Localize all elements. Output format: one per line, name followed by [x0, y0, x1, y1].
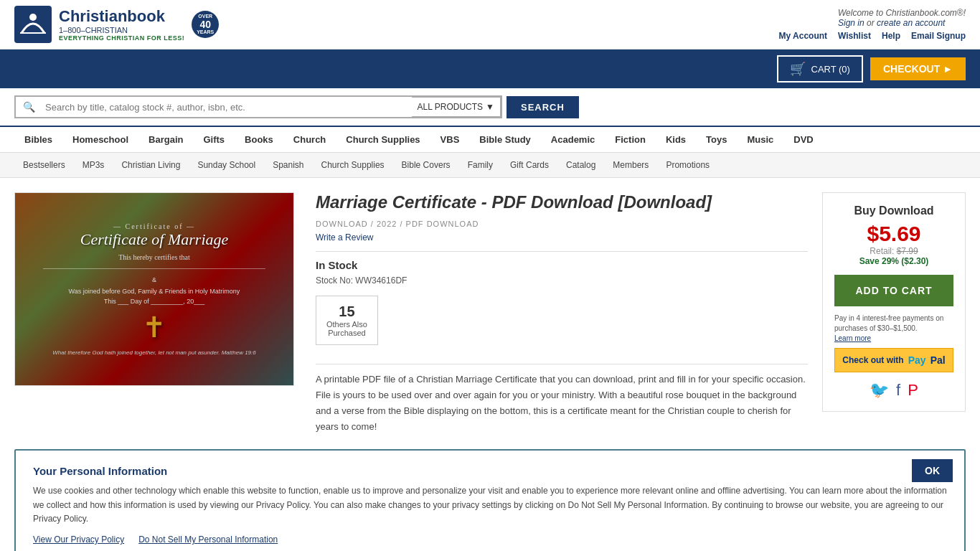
subnav-sunday-school[interactable]: Sunday School [189, 157, 264, 173]
cart-icon: 🛒 [790, 61, 806, 77]
product-meta: DOWNLOAD / 2022 / PDF DOWNLOAD [316, 220, 808, 228]
product-title: Marriage Certificate - PDF Download [Dow… [316, 192, 808, 212]
product-description: A printable PDF file of a Christian Marr… [316, 372, 808, 435]
subnav-mp3s[interactable]: MP3s [74, 157, 113, 173]
sub-nav: Bestsellers MP3s Christian Living Sunday… [0, 153, 980, 178]
logo-icon [14, 6, 52, 43]
search-wrap: 🔍 ALL PRODUCTS ▼ [14, 95, 502, 118]
svg-point-1 [29, 14, 37, 21]
pinterest-icon[interactable]: P [908, 381, 918, 400]
dropdown-chevron-icon: ▼ [486, 102, 494, 112]
nav-academic[interactable]: Academic [541, 127, 605, 152]
paypal-logo-2: Pal [930, 354, 946, 366]
paypal-logo: Pay [908, 354, 926, 366]
privacy-title: Your Personal Information [33, 465, 947, 477]
subnav-bible-covers[interactable]: Bible Covers [393, 157, 459, 173]
savings-text: Save 29% ($2.30) [834, 256, 953, 266]
subnav-gift-cards[interactable]: Gift Cards [501, 157, 557, 173]
nav-kids[interactable]: Kids [656, 127, 696, 152]
subnav-family[interactable]: Family [459, 157, 501, 173]
over40-badge: OVER 40 YEARS [192, 11, 219, 38]
privacy-policy-link[interactable]: View Our Privacy Policy [33, 534, 124, 545]
cart-row: 🛒 CART (0) CHECKOUT ► [0, 50, 980, 88]
cert-sub-text: This hereby certifies that [118, 253, 190, 261]
main-nav: Bibles Homeschool Bargain Gifts Books Ch… [0, 126, 980, 153]
brand-name: Christianbook [59, 7, 184, 26]
create-account-link[interactable]: create an account [877, 18, 945, 28]
add-to-cart-button[interactable]: ADD TO CART [834, 275, 953, 306]
nav-church[interactable]: Church [283, 127, 336, 152]
nav-gifts[interactable]: Gifts [193, 127, 235, 152]
nav-homeschool[interactable]: Homeschool [62, 127, 138, 152]
tagline: EVERYTHING CHRISTIAN FOR LESS! [59, 34, 184, 42]
subnav-spanish[interactable]: Spanish [264, 157, 312, 173]
product-image: — Certificate of — Certificate of Marria… [14, 192, 301, 386]
availability-status: In Stock [316, 259, 808, 271]
buy-price: $5.69 [834, 222, 953, 246]
divider-1 [316, 251, 808, 252]
cert-title-text: Certificate of Marriage [80, 230, 229, 249]
subnav-church-supplies[interactable]: Church Supplies [313, 157, 393, 173]
subnav-promotions[interactable]: Promotions [657, 157, 718, 173]
header-links: My Account Wishlist Help Email Signup [779, 31, 966, 41]
paypal-info-text: Pay in 4 interest-free payments on purch… [834, 314, 953, 344]
social-icons: 🐦 f P [834, 381, 953, 400]
divider-2 [316, 364, 808, 364]
phone-number: 1–800–CHRISTIAN [59, 26, 184, 34]
buy-title: Buy Download [834, 204, 953, 217]
logo-text: Christianbook 1–800–CHRISTIAN EVERYTHING… [59, 7, 184, 42]
search-button[interactable]: SEARCH [507, 96, 579, 118]
product-details: Marriage Certificate - PDF Download [Dow… [301, 192, 822, 435]
nav-bible-study[interactable]: Bible Study [469, 127, 541, 152]
write-review-link[interactable]: Write a Review [316, 232, 808, 242]
paypal-checkout-button[interactable]: Check out with PayPal [834, 348, 953, 372]
cart-button[interactable]: 🛒 CART (0) [777, 55, 863, 83]
privacy-text: We use cookies and other technology whic… [33, 484, 947, 526]
do-not-sell-link[interactable]: Do Not Sell My Personal Information [138, 534, 278, 545]
nav-toys[interactable]: Toys [696, 127, 737, 152]
facebook-icon[interactable]: f [896, 381, 900, 400]
content-area: — Certificate of — Certificate of Marria… [0, 178, 980, 449]
signin-link[interactable]: Sign in [838, 18, 864, 28]
subnav-christian-living[interactable]: Christian Living [113, 157, 189, 173]
search-category-dropdown[interactable]: ALL PRODUCTS ▼ [412, 97, 501, 117]
checkout-button[interactable]: CHECKOUT ► [870, 57, 966, 80]
welcome-text: Welcome to Christianbook.com®! Sign in o… [838, 8, 966, 28]
header-right: Welcome to Christianbook.com®! Sign in o… [779, 8, 966, 41]
logo-area: Christianbook 1–800–CHRISTIAN EVERYTHING… [14, 6, 219, 43]
subnav-bestsellers[interactable]: Bestsellers [14, 157, 74, 173]
others-purchased-box: 15 Others AlsoPurchased [316, 296, 378, 345]
search-row: 🔍 ALL PRODUCTS ▼ SEARCH [0, 88, 980, 126]
privacy-links: View Our Privacy Policy Do Not Sell My P… [33, 534, 947, 545]
nav-music[interactable]: Music [737, 127, 783, 152]
subnav-members[interactable]: Members [604, 157, 657, 173]
twitter-icon[interactable]: 🐦 [870, 381, 889, 400]
nav-bargain[interactable]: Bargain [138, 127, 193, 152]
wishlist-link[interactable]: Wishlist [838, 31, 871, 41]
others-count: 15 [339, 303, 354, 320]
nav-books[interactable]: Books [235, 127, 283, 152]
my-account-link[interactable]: My Account [779, 31, 828, 41]
header-top: Christianbook 1–800–CHRISTIAN EVERYTHING… [0, 0, 980, 50]
cert-overlay: — Certificate of — Certificate of Marria… [15, 193, 293, 385]
nav-church-supplies[interactable]: Church Supplies [336, 127, 430, 152]
buy-box: Buy Download $5.69 Retail: $7.99 Save 29… [822, 192, 966, 412]
privacy-banner: OK Your Personal Information We use cook… [14, 449, 966, 551]
help-link[interactable]: Help [882, 31, 900, 41]
search-input[interactable] [42, 98, 412, 117]
product-image-placeholder: — Certificate of — Certificate of Marria… [14, 192, 294, 386]
search-icon: 🔍 [16, 97, 42, 117]
nav-bibles[interactable]: Bibles [14, 127, 62, 152]
subnav-catalog[interactable]: Catalog [557, 157, 604, 173]
paypal-learn-more-link[interactable]: Learn more [834, 334, 871, 342]
nav-vbs[interactable]: VBS [430, 127, 470, 152]
others-label: Others AlsoPurchased [326, 320, 367, 337]
cert-verse-text: What therefore God hath joined together,… [38, 349, 270, 356]
cart-label: CART (0) [811, 64, 850, 75]
cross-icon: ✝ [142, 311, 166, 344]
email-signup-link[interactable]: Email Signup [911, 31, 966, 41]
nav-dvd[interactable]: DVD [783, 127, 823, 152]
retail-price: Retail: $7.99 [834, 246, 953, 256]
nav-fiction[interactable]: Fiction [605, 127, 656, 152]
privacy-ok-button[interactable]: OK [912, 459, 953, 482]
